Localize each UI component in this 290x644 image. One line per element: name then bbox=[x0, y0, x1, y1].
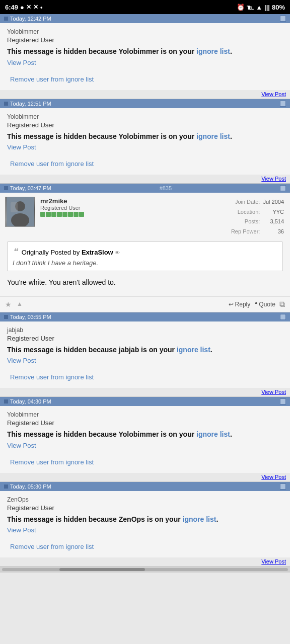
quote-button[interactable]: ❝ Quote bbox=[254, 301, 275, 308]
post-1-hidden-text: This message is hidden because Yolobimme… bbox=[7, 47, 194, 55]
post-6-view-post[interactable]: View Post bbox=[7, 526, 283, 534]
post-4-ignore-link[interactable]: ignore list bbox=[177, 346, 210, 354]
post-4-header: Today, 03:55 PM bbox=[0, 312, 290, 321]
post-2-wrapper: Today, 12:51 PM Yolobimmer Registered Us… bbox=[0, 99, 290, 184]
join-date-label: Join Date: bbox=[231, 198, 262, 207]
post-2-options-icon[interactable] bbox=[280, 101, 286, 107]
post-3-post-text: You're white. You aren't allowed to. bbox=[7, 276, 283, 288]
post-2-view-post[interactable]: View Post bbox=[7, 143, 283, 151]
post-6-time: Today, 05:30 PM bbox=[4, 484, 51, 490]
quote-btn-icon: ❝ bbox=[254, 301, 257, 308]
post-4-timestamp: Today, 03:55 PM bbox=[10, 314, 51, 320]
post-3-postnum: #835 bbox=[160, 185, 172, 191]
alarm-icon: ⏰ bbox=[237, 4, 245, 11]
post-1-options-icon[interactable] bbox=[280, 16, 286, 22]
bluetooth-icon: ℡ bbox=[247, 4, 254, 11]
post-3-inner: mr2mike Registered User bbox=[5, 197, 285, 237]
post-3-userrole: Registered User bbox=[40, 205, 84, 211]
rep-dot-3 bbox=[51, 212, 56, 217]
wifi-icon: ▲ bbox=[256, 4, 262, 11]
post-4-remove-ignore[interactable]: Remove user from ignore list bbox=[7, 369, 283, 385]
status-bar-left: 6:49 ● ✕ ✕ • bbox=[5, 4, 42, 11]
post-1-hidden-msg: This message is hidden because Yolobimme… bbox=[7, 47, 283, 57]
post-2-userrole: Registered User bbox=[7, 121, 283, 129]
scrollbar-area[interactable] bbox=[0, 567, 290, 573]
scrollbar-thumb[interactable] bbox=[59, 568, 145, 571]
scrollbar-track[interactable] bbox=[2, 568, 288, 571]
battery-display: 80% bbox=[272, 4, 285, 11]
post-5-bullet bbox=[4, 399, 8, 404]
post-3-right-actions: ↩ Reply ❝ Quote ⧉ bbox=[229, 300, 285, 309]
post-3-username: mr2mike bbox=[40, 197, 67, 205]
post-2-bottom-viewpost-link[interactable]: View Post bbox=[261, 176, 286, 182]
post-5-remove-ignore[interactable]: Remove user from ignore list bbox=[7, 454, 283, 470]
post-4-wrapper: Today, 03:55 PM jabjab Registered User T… bbox=[0, 312, 290, 397]
rep-dot-5 bbox=[62, 212, 67, 217]
rep-dot-4 bbox=[57, 212, 62, 217]
post-3-user-block: mr2mike Registered User bbox=[40, 197, 285, 237]
post-2-username: Yolobimmer bbox=[7, 113, 283, 120]
post-6-wrapper: Today, 05:30 PM ZenOps Registered User T… bbox=[0, 482, 290, 567]
post-5-hidden-msg: This message is hidden because Yolobimme… bbox=[7, 430, 283, 440]
reply-button[interactable]: ↩ Reply bbox=[229, 301, 251, 308]
post-6-bottom-viewpost-link[interactable]: View Post bbox=[261, 558, 286, 565]
post-5-ignore-link[interactable]: ignore list bbox=[196, 430, 230, 438]
signal-icon: ||| bbox=[264, 4, 270, 11]
avatar-placeholder bbox=[6, 197, 35, 226]
post-3-quote-viewpost-icon[interactable]: 👁 bbox=[115, 250, 120, 256]
more-actions-icon[interactable]: ⧉ bbox=[279, 300, 285, 309]
post-5-username: Yolobimmer bbox=[7, 411, 283, 418]
post-2-bullet bbox=[4, 102, 8, 106]
post-6-remove-ignore[interactable]: Remove user from ignore list bbox=[7, 539, 283, 554]
post-4-content: jabjab Registered User This message is h… bbox=[0, 321, 290, 388]
post-5-bottom-viewpost-link[interactable]: View Post bbox=[261, 474, 286, 480]
star-icon[interactable]: ★ bbox=[5, 300, 12, 308]
post-2-ignore-link[interactable]: ignore list bbox=[196, 132, 230, 140]
post-1-userrole: Registered User bbox=[7, 36, 283, 44]
post-1-bottom-viewpost-link[interactable]: View Post bbox=[261, 91, 286, 97]
post-1-wrapper: Today, 12:42 PM Yolobimmer Registered Us… bbox=[0, 14, 290, 99]
post-2-remove-ignore[interactable]: Remove user from ignore list bbox=[7, 156, 283, 172]
post-3-left-actions: ★ ▲ bbox=[5, 300, 23, 308]
post-4-bottom-viewpost-link[interactable]: View Post bbox=[261, 389, 286, 395]
post-1-ignore-link[interactable]: ignore list bbox=[196, 47, 230, 55]
post-3-bullet bbox=[4, 186, 8, 190]
post-1-bullet bbox=[4, 17, 8, 21]
post-3-options-icon[interactable] bbox=[280, 185, 286, 191]
x-icon-1: ✕ bbox=[26, 4, 31, 11]
post-1-timestamp: Today, 12:42 PM bbox=[10, 16, 51, 22]
post-4-options-icon[interactable] bbox=[280, 314, 286, 320]
post-5-options-icon[interactable] bbox=[280, 398, 286, 405]
post-3-time: Today, 03:47 PM bbox=[4, 185, 51, 191]
post-2-bottom-viewpost: View Post bbox=[0, 175, 290, 183]
post-5-hidden-text: This message is hidden because Yolobimme… bbox=[7, 430, 194, 438]
reply-label: Reply bbox=[235, 301, 251, 308]
post-6-timestamp: Today, 05:30 PM bbox=[10, 484, 51, 490]
post-1-time: Today, 12:42 PM bbox=[4, 16, 51, 22]
post-5-userrole: Registered User bbox=[7, 419, 283, 427]
post-5-view-post[interactable]: View Post bbox=[7, 442, 283, 449]
post-1-view-post[interactable]: View Post bbox=[7, 59, 283, 66]
post-3-quote-box: ❝ Originally Posted by ExtraSlow 👁 I don… bbox=[7, 242, 283, 271]
post-6-content: ZenOps Registered User This message is h… bbox=[0, 491, 290, 558]
post-6-hidden-text: This message is hidden because ZenOps is… bbox=[7, 515, 181, 523]
post-6-options-icon[interactable] bbox=[280, 484, 286, 490]
post-3-meta-right: Join Date: Jul 2004 Location: YYC Posts:… bbox=[230, 197, 285, 237]
post-2-timestamp: Today, 12:51 PM bbox=[10, 101, 51, 107]
quote-label: Quote bbox=[259, 301, 275, 308]
post-1-remove-ignore[interactable]: Remove user from ignore list bbox=[7, 71, 283, 87]
dot-icon: • bbox=[40, 4, 43, 11]
status-bar: 6:49 ● ✕ ✕ • ⏰ ℡ ▲ ||| 80% bbox=[0, 0, 290, 14]
post-5-bottom-viewpost: View Post bbox=[0, 473, 290, 481]
post-6-ignore-link[interactable]: ignore list bbox=[183, 515, 216, 523]
post-3-join-info-table: Join Date: Jul 2004 Location: YYC Posts:… bbox=[230, 197, 285, 237]
post-6-header: Today, 05:30 PM bbox=[0, 482, 290, 491]
post-4-view-post[interactable]: View Post bbox=[7, 357, 283, 364]
post-5-timestamp: Today, 04:30 PM bbox=[10, 398, 51, 405]
post-4-username: jabjab bbox=[7, 327, 283, 334]
report-icon[interactable]: ▲ bbox=[17, 300, 23, 308]
post-2-header: Today, 12:51 PM bbox=[0, 99, 290, 108]
reply-icon: ↩ bbox=[229, 301, 234, 308]
post-6-bottom-viewpost: View Post bbox=[0, 557, 290, 566]
rep-dot-6 bbox=[68, 212, 73, 217]
